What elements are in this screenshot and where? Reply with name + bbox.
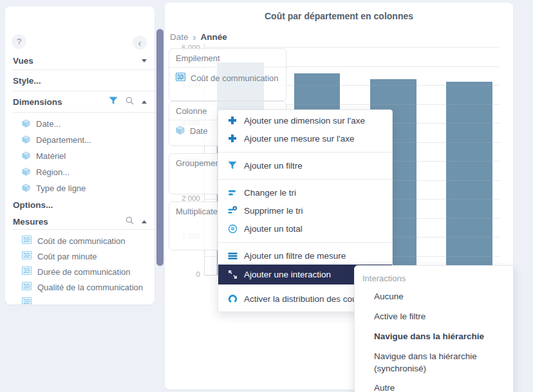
submenu-header: Interactions xyxy=(355,270,513,287)
measure-filter-icon xyxy=(227,250,238,261)
menu-item-label: Changer le tri xyxy=(244,188,296,198)
menu-separator xyxy=(218,152,392,153)
chevron-up-icon[interactable] xyxy=(142,100,147,104)
menu-item-label: Ajouter un total xyxy=(244,224,303,234)
mesures-label: Mesures xyxy=(13,217,48,227)
menu-item-label: Ajouter une mesure sur l'axe xyxy=(244,134,354,144)
panel-item-label: Coût de communication xyxy=(191,73,279,83)
sidebar-scrollbar-track[interactable] xyxy=(156,29,164,302)
dimensions-label: Dimensions xyxy=(13,97,62,107)
help-button[interactable]: ? xyxy=(12,34,26,49)
sidebar-item-label: Durée de communication xyxy=(37,267,131,277)
sort-icon xyxy=(227,187,238,198)
sidebar-item-duree-de-communication[interactable]: Durée de communication xyxy=(5,264,154,279)
sidebar-item-cout-de-communication[interactable]: Coût de communication xyxy=(5,233,154,248)
search-icon[interactable] xyxy=(126,216,134,227)
menu-item-add-total[interactable]: Ajouter un total xyxy=(218,219,392,238)
chevron-up-icon[interactable] xyxy=(142,220,147,223)
sidebar-item-label: Département... xyxy=(36,135,91,145)
dimension-cube-icon xyxy=(22,119,30,129)
dimension-cube-icon xyxy=(22,183,30,194)
menu-item-label: Supprimer le tri xyxy=(244,206,303,216)
dimension-cube-icon xyxy=(22,151,30,162)
add-measure-icon xyxy=(227,133,238,144)
vues-dropdown[interactable]: Vues xyxy=(5,51,154,70)
sidebar-item-date[interactable]: Date... xyxy=(5,116,154,132)
sidebar-item-partial[interactable] xyxy=(5,295,154,304)
measure-abacus-icon xyxy=(22,251,32,261)
total-icon xyxy=(227,223,238,234)
interaction-icon xyxy=(227,270,238,280)
sidebar-item-cout-par-minute[interactable]: Coût par minute xyxy=(5,248,154,264)
sidebar-item-materiel[interactable]: Matériel xyxy=(5,148,154,164)
y-tick-label: 0 xyxy=(165,270,200,278)
menu-item-change-sort[interactable]: Changer le tri xyxy=(218,183,392,201)
gridline xyxy=(205,47,500,48)
menu-item-add-dimension[interactable]: Ajouter une dimension sur l'axe xyxy=(218,111,392,129)
sidebar-item-departement[interactable]: Département... xyxy=(5,132,154,148)
application-window: Coût par département en colonnes Date › … xyxy=(0,0,533,392)
add-dimension-icon xyxy=(227,115,238,126)
sidebar-item-label: Région... xyxy=(36,167,70,177)
measure-abacus-icon xyxy=(22,297,32,304)
interactions-submenu: Interactions Aucune Active le filtre Nav… xyxy=(354,265,514,392)
submenu-item-aucune[interactable]: Aucune xyxy=(355,287,513,307)
menu-separator xyxy=(218,179,392,180)
help-icon: ? xyxy=(17,37,21,46)
sidebar-item-label: Date... xyxy=(36,119,61,129)
sidebar-item-label: Coût de communication xyxy=(37,236,126,246)
menu-item-label: Ajouter une dimension sur l'axe xyxy=(244,116,365,126)
dimension-cube-icon xyxy=(22,135,30,145)
style-label: Style... xyxy=(13,76,41,86)
options-label: Options... xyxy=(13,200,53,210)
chevron-down-icon xyxy=(142,59,147,62)
chart-bar[interactable] xyxy=(446,82,492,275)
style-button[interactable]: Style... xyxy=(5,70,154,91)
search-icon[interactable] xyxy=(126,97,134,107)
sidebar-item-label: Type de ligne xyxy=(36,183,86,193)
submenu-item-navigue-hierarchie[interactable]: Navigue dans la hiérarchie xyxy=(355,327,513,347)
menu-item-add-measure-filter[interactable]: Ajouter un filtre de mesure xyxy=(218,247,392,265)
menu-item-label: Ajouter un filtre xyxy=(244,161,303,171)
filter-icon xyxy=(227,160,238,171)
submenu-item-active-le-filtre[interactable]: Active le filtre xyxy=(355,307,513,327)
submenu-item-autre[interactable]: Autre xyxy=(355,378,513,392)
panel-title: Empilement xyxy=(169,49,286,68)
panel-item-label: Date xyxy=(190,126,207,136)
menu-item-label: Ajouter une interaction xyxy=(244,270,331,279)
vues-label: Vues xyxy=(13,56,33,66)
measure-abacus-icon xyxy=(22,282,32,292)
menu-item-remove-sort[interactable]: Supprimer le tri xyxy=(218,201,392,219)
collapse-sidebar-button[interactable]: ‹ xyxy=(133,35,147,50)
filter-icon[interactable] xyxy=(109,97,118,107)
dimension-cube-icon xyxy=(176,126,185,136)
color-distribution-icon xyxy=(227,294,238,304)
menu-item-add-filter[interactable]: Ajouter un filtre xyxy=(218,156,392,174)
sidebar-item-label: Qualité de la communication xyxy=(37,283,143,292)
sidebar-item-label: Matériel xyxy=(36,151,66,161)
menu-item-label: Ajouter un filtre de mesure xyxy=(244,251,346,261)
measure-abacus-icon xyxy=(176,73,185,83)
options-button[interactable]: Options... xyxy=(5,196,154,214)
sidebar-item-qualite-de-la-communication[interactable]: Qualité de la communication xyxy=(5,279,154,295)
menu-item-add-measure[interactable]: Ajouter une mesure sur l'axe xyxy=(218,129,392,147)
dimension-cube-icon xyxy=(22,167,30,178)
panel-item-measure[interactable]: Coût de communication xyxy=(169,68,286,88)
sidebar-item-type-de-ligne[interactable]: Type de ligne xyxy=(5,180,154,196)
mesures-section-header[interactable]: Mesures xyxy=(5,214,154,229)
measure-abacus-icon xyxy=(22,236,32,246)
settings-sidebar: ? ‹ Vues Style... Dimensions xyxy=(5,6,154,304)
sidebar-item-label: Coût par minute xyxy=(37,252,97,261)
measure-abacus-icon xyxy=(22,266,32,277)
panel-empilement: Empilement Coût de communication xyxy=(169,48,286,101)
dimensions-section-header[interactable]: Dimensions xyxy=(5,91,154,112)
menu-separator xyxy=(218,242,392,243)
sidebar-scrollbar-thumb[interactable] xyxy=(156,29,164,266)
sort-remove-icon xyxy=(227,205,238,216)
sidebar-item-region[interactable]: Région... xyxy=(5,164,154,180)
submenu-item-navigue-hierarchie-synchronise[interactable]: Navigue dans la hiérarchie (synchronisé) xyxy=(355,347,513,379)
chevron-left-icon: ‹ xyxy=(138,37,142,48)
